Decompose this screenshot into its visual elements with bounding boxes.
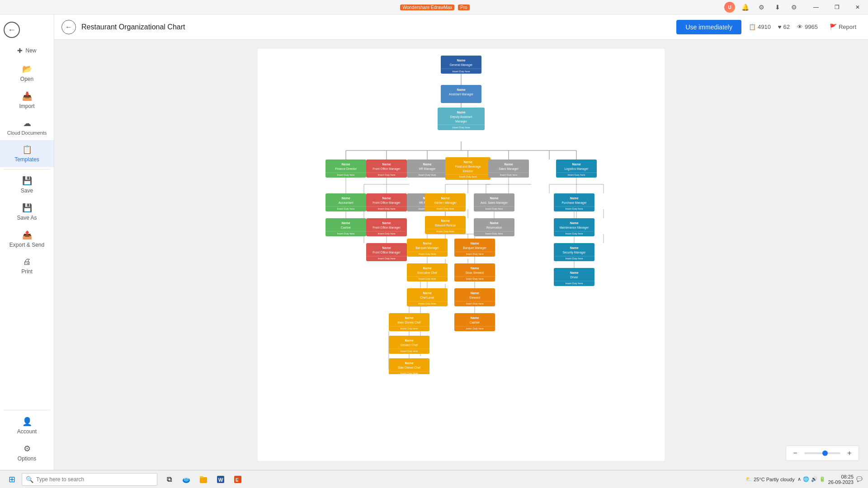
- close-button[interactable]: ✕: [847, 0, 868, 14]
- svg-text:Name: Name: [570, 221, 578, 225]
- minimize-button[interactable]: —: [806, 0, 826, 14]
- diagram-canvas[interactable]: Name General Manager Insert Duty here Na…: [258, 49, 665, 461]
- sidebar-new-label: New: [25, 47, 36, 54]
- svg-text:Name: Name: [341, 163, 350, 166]
- svg-text:Name: Name: [405, 361, 413, 365]
- svg-text:Insert Duty here: Insert Duty here: [377, 207, 395, 210]
- sidebar-item-print[interactable]: 🖨 Print: [0, 253, 54, 279]
- taskview-button[interactable]: ⧉: [161, 471, 177, 488]
- sidebar-divider-2: [4, 410, 50, 410]
- svg-text:Insert Duty here: Insert Duty here: [466, 302, 483, 305]
- sidebar-item-saveas[interactable]: 💾 Save As: [0, 198, 54, 225]
- sidebar-item-open[interactable]: 📂 Open: [0, 60, 54, 87]
- start-button[interactable]: ⊞: [4, 471, 20, 488]
- sidebar-item-export[interactable]: 📤 Export & Send: [0, 225, 54, 253]
- sidebar: ← ✚ New 📂 Open 📥 Import ☁ Cloud Document…: [0, 14, 54, 470]
- back-circle-icon[interactable]: ←: [4, 22, 20, 38]
- back-arrow-icon: ←: [65, 23, 72, 31]
- search-input[interactable]: [36, 476, 153, 483]
- user-avatar[interactable]: U: [724, 2, 735, 13]
- weather-info: ⛅ 25°C Partly cloudy: [745, 476, 795, 482]
- svg-text:Accountant: Accountant: [339, 201, 354, 204]
- sidebar-divider-1: [4, 169, 50, 169]
- up-arrow-icon[interactable]: ∧: [797, 476, 801, 482]
- zoom-in-button[interactable]: +: [844, 448, 855, 459]
- sidebar-item-options[interactable]: ⚙ Options: [0, 439, 54, 466]
- restore-button[interactable]: ❐: [826, 0, 847, 14]
- svg-text:Side Dishes Chef: Side Dishes Chef: [398, 366, 420, 369]
- sidebar-item-templates[interactable]: 📋 Templates: [0, 140, 54, 167]
- topbar: ← Restaurant Organizational Chart Use im…: [54, 14, 868, 40]
- svg-text:Insert Duty here: Insert Duty here: [337, 207, 354, 210]
- svg-text:Sales Manager: Sales Manager: [499, 167, 519, 171]
- svg-text:Insert Duty here: Insert Duty here: [400, 327, 418, 330]
- copies-icon: 📋: [749, 23, 756, 30]
- word-button[interactable]: W: [212, 471, 229, 488]
- svg-text:Chef Level: Chef Level: [420, 296, 434, 299]
- network-icon[interactable]: 🌐: [803, 476, 809, 482]
- use-immediately-button[interactable]: Use immediately: [676, 20, 741, 34]
- org-chart-svg: Name General Manager Insert Duty here Na…: [267, 49, 656, 374]
- open-icon: 📂: [22, 64, 32, 74]
- clock-time: 08:25: [828, 474, 854, 479]
- svg-text:Maintenance Manager: Maintenance Manager: [560, 226, 590, 230]
- sidebar-saveas-label: Save As: [17, 215, 37, 221]
- svg-text:Banquet Manager: Banquet Manager: [463, 246, 487, 250]
- explorer-button[interactable]: [195, 471, 212, 488]
- svg-text:Driver: Driver: [570, 276, 578, 279]
- window-controls[interactable]: — ❐ ✕: [806, 0, 868, 14]
- sidebar-item-save[interactable]: 💾 Save: [0, 171, 54, 198]
- sidebar-export-label: Export & Send: [9, 242, 44, 248]
- new-icon: ✚: [17, 47, 23, 54]
- back-button-sidebar[interactable]: ←: [0, 18, 24, 42]
- svg-text:Manager: Manager: [455, 120, 467, 123]
- edge-button[interactable]: [178, 471, 194, 488]
- svg-text:E: E: [236, 478, 239, 483]
- svg-text:Name: Name: [423, 242, 431, 245]
- likes-count: 62: [783, 23, 790, 30]
- sidebar-item-cloud[interactable]: ☁ Cloud Documents: [0, 114, 54, 140]
- svg-text:General Manager: General Manager: [450, 63, 473, 67]
- battery-icon[interactable]: 🔋: [819, 476, 826, 482]
- svg-text:Insert Duty here: Insert Duty here: [418, 277, 436, 280]
- copies-count: 4910: [758, 23, 771, 30]
- svg-text:Insert Duty here: Insert Duty here: [337, 174, 354, 176]
- notification-icon[interactable]: 🔔: [739, 1, 751, 14]
- svg-text:Name: Name: [341, 197, 350, 200]
- report-button[interactable]: 🚩 Report: [825, 21, 861, 33]
- svg-text:Name: Name: [470, 242, 479, 245]
- pro-badge: Pro: [458, 5, 470, 10]
- edraw-taskbar-button[interactable]: E: [230, 471, 246, 488]
- taskbar-search-box[interactable]: 🔍: [22, 473, 157, 486]
- sidebar-item-account[interactable]: 👤 Account: [0, 412, 54, 439]
- sidebar-item-new[interactable]: ✚ New: [0, 42, 54, 60]
- settings-icon[interactable]: ⚙: [755, 1, 768, 14]
- notifications-icon[interactable]: 💬: [856, 476, 863, 482]
- topbar-back-button[interactable]: ←: [61, 20, 76, 34]
- svg-text:Name: Name: [463, 160, 472, 164]
- volume-icon[interactable]: 🔊: [811, 476, 817, 482]
- account-icon: 👤: [22, 417, 32, 427]
- sidebar-options-label: Options: [18, 455, 36, 462]
- svg-text:Insert Duty here: Insert Duty here: [485, 232, 503, 235]
- svg-text:Insert Duty here: Insert Duty here: [565, 282, 583, 285]
- svg-text:Name: Name: [423, 291, 431, 295]
- cloud-icon: ☁: [23, 118, 31, 128]
- zoom-slider[interactable]: [804, 452, 840, 454]
- zoom-out-button[interactable]: −: [790, 448, 801, 459]
- svg-text:Name: Name: [470, 291, 479, 295]
- svg-text:Insert Duty here: Insert Duty here: [500, 174, 517, 176]
- svg-text:Director: Director: [463, 169, 474, 173]
- import-icon: 📥: [22, 91, 32, 101]
- views-icon: 👁: [797, 23, 803, 30]
- svg-text:Name: Name: [341, 221, 350, 225]
- settings2-icon[interactable]: ⚙: [788, 1, 800, 14]
- sidebar-item-import[interactable]: 📥 Import: [0, 87, 54, 114]
- sidebar-save-label: Save: [21, 188, 33, 194]
- svg-text:Insert Duty here: Insert Duty here: [418, 174, 436, 176]
- download-icon[interactable]: ⬇: [771, 1, 784, 14]
- svg-text:Name: Name: [570, 246, 578, 249]
- views-stat: 👁 9965: [797, 23, 818, 30]
- weather-text: 25°C Partly cloudy: [754, 477, 795, 482]
- zoom-slider-thumb[interactable]: [822, 450, 828, 456]
